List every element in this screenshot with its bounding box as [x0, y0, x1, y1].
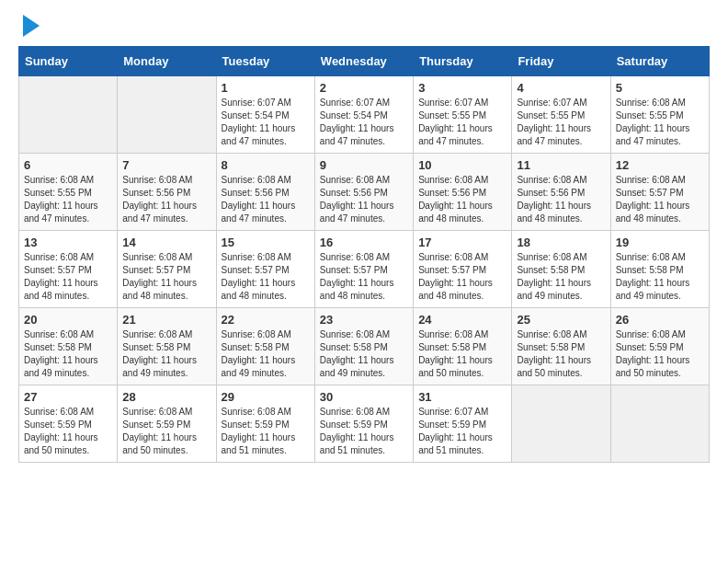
day-info: Sunrise: 6:08 AM Sunset: 5:58 PM Dayligh…: [24, 328, 112, 380]
day-number: 22: [222, 313, 310, 327]
calendar-cell: 14Sunrise: 6:08 AM Sunset: 5:57 PM Dayli…: [118, 231, 216, 308]
day-number: 31: [418, 390, 506, 404]
day-info: Sunrise: 6:08 AM Sunset: 5:58 PM Dayligh…: [222, 328, 310, 380]
day-info: Sunrise: 6:07 AM Sunset: 5:54 PM Dayligh…: [320, 97, 408, 148]
day-info: Sunrise: 6:08 AM Sunset: 5:56 PM Dayligh…: [320, 174, 408, 225]
calendar-cell: 7Sunrise: 6:08 AM Sunset: 5:56 PM Daylig…: [118, 154, 216, 231]
day-number: 1: [222, 81, 310, 95]
day-info: Sunrise: 6:08 AM Sunset: 5:59 PM Dayligh…: [122, 406, 210, 457]
day-number: 10: [418, 158, 506, 172]
day-info: Sunrise: 6:08 AM Sunset: 5:56 PM Dayligh…: [517, 174, 605, 225]
day-info: Sunrise: 6:08 AM Sunset: 5:56 PM Dayligh…: [222, 174, 310, 225]
day-info: Sunrise: 6:08 AM Sunset: 5:58 PM Dayligh…: [122, 328, 210, 380]
day-info: Sunrise: 6:08 AM Sunset: 5:56 PM Dayligh…: [418, 174, 506, 225]
day-number: 23: [320, 313, 408, 327]
calendar-week-row: 13Sunrise: 6:08 AM Sunset: 5:57 PM Dayli…: [19, 231, 710, 308]
calendar-cell: 13Sunrise: 6:08 AM Sunset: 5:57 PM Dayli…: [19, 231, 118, 308]
day-number: 25: [517, 313, 605, 327]
day-number: 8: [222, 158, 310, 172]
calendar-cell: 20Sunrise: 6:08 AM Sunset: 5:58 PM Dayli…: [19, 308, 118, 385]
day-number: 11: [517, 158, 605, 172]
day-info: Sunrise: 6:08 AM Sunset: 5:59 PM Dayligh…: [222, 406, 310, 457]
calendar-cell: 23Sunrise: 6:08 AM Sunset: 5:58 PM Dayli…: [314, 308, 413, 385]
day-number: 9: [320, 158, 408, 172]
calendar-cell: 10Sunrise: 6:08 AM Sunset: 5:56 PM Dayli…: [414, 154, 512, 231]
calendar-cell: 25Sunrise: 6:08 AM Sunset: 5:58 PM Dayli…: [512, 308, 610, 385]
day-info: Sunrise: 6:08 AM Sunset: 5:58 PM Dayligh…: [320, 328, 408, 380]
calendar-cell: 27Sunrise: 6:08 AM Sunset: 5:59 PM Dayli…: [19, 385, 118, 463]
calendar-header-wednesday: Wednesday: [314, 47, 413, 76]
page-header: [18, 18, 710, 37]
calendar-header-tuesday: Tuesday: [216, 47, 314, 76]
calendar-week-row: 27Sunrise: 6:08 AM Sunset: 5:59 PM Dayli…: [19, 385, 710, 463]
calendar-cell: 9Sunrise: 6:08 AM Sunset: 5:56 PM Daylig…: [314, 154, 413, 231]
day-info: Sunrise: 6:08 AM Sunset: 5:55 PM Dayligh…: [24, 174, 112, 225]
calendar-cell: 26Sunrise: 6:08 AM Sunset: 5:59 PM Dayli…: [610, 308, 709, 385]
calendar-week-row: 6Sunrise: 6:08 AM Sunset: 5:55 PM Daylig…: [19, 154, 710, 231]
day-info: Sunrise: 6:07 AM Sunset: 5:55 PM Dayligh…: [517, 97, 605, 148]
calendar-header-monday: Monday: [118, 47, 216, 76]
day-number: 6: [24, 158, 112, 172]
logo-arrow-icon: [23, 15, 40, 37]
calendar-cell: 4Sunrise: 6:07 AM Sunset: 5:55 PM Daylig…: [512, 76, 610, 154]
day-info: Sunrise: 6:07 AM Sunset: 5:54 PM Dayligh…: [222, 97, 310, 148]
day-info: Sunrise: 6:08 AM Sunset: 5:59 PM Dayligh…: [616, 328, 704, 380]
day-number: 18: [517, 236, 605, 249]
calendar-cell: 17Sunrise: 6:08 AM Sunset: 5:57 PM Dayli…: [414, 231, 512, 308]
day-number: 2: [320, 81, 408, 95]
day-info: Sunrise: 6:08 AM Sunset: 5:57 PM Dayligh…: [320, 251, 408, 303]
calendar-header-thursday: Thursday: [414, 47, 512, 76]
day-number: 20: [24, 313, 112, 327]
day-info: Sunrise: 6:08 AM Sunset: 5:57 PM Dayligh…: [222, 251, 310, 303]
day-number: 17: [418, 236, 506, 249]
calendar-week-row: 20Sunrise: 6:08 AM Sunset: 5:58 PM Dayli…: [19, 308, 710, 385]
calendar-cell: 1Sunrise: 6:07 AM Sunset: 5:54 PM Daylig…: [216, 76, 314, 154]
day-info: Sunrise: 6:08 AM Sunset: 5:56 PM Dayligh…: [122, 174, 210, 225]
day-number: 16: [320, 236, 408, 249]
day-number: 21: [122, 313, 210, 327]
day-info: Sunrise: 6:08 AM Sunset: 5:58 PM Dayligh…: [616, 251, 704, 303]
day-info: Sunrise: 6:08 AM Sunset: 5:55 PM Dayligh…: [616, 97, 704, 148]
calendar-week-row: 1Sunrise: 6:07 AM Sunset: 5:54 PM Daylig…: [19, 76, 710, 154]
day-info: Sunrise: 6:08 AM Sunset: 5:57 PM Dayligh…: [122, 251, 210, 303]
calendar-header-friday: Friday: [512, 47, 610, 76]
calendar-cell: 22Sunrise: 6:08 AM Sunset: 5:58 PM Dayli…: [216, 308, 314, 385]
calendar-cell: 29Sunrise: 6:08 AM Sunset: 5:59 PM Dayli…: [216, 385, 314, 463]
day-info: Sunrise: 6:07 AM Sunset: 5:55 PM Dayligh…: [418, 97, 506, 148]
day-info: Sunrise: 6:08 AM Sunset: 5:59 PM Dayligh…: [320, 406, 408, 457]
day-number: 13: [24, 236, 112, 249]
calendar-cell: 24Sunrise: 6:08 AM Sunset: 5:58 PM Dayli…: [414, 308, 512, 385]
day-info: Sunrise: 6:08 AM Sunset: 5:58 PM Dayligh…: [418, 328, 506, 380]
calendar-header-row: SundayMondayTuesdayWednesdayThursdayFrid…: [19, 47, 710, 76]
day-number: 14: [122, 236, 210, 249]
day-info: Sunrise: 6:08 AM Sunset: 5:58 PM Dayligh…: [517, 251, 605, 303]
calendar-cell: 28Sunrise: 6:08 AM Sunset: 5:59 PM Dayli…: [118, 385, 216, 463]
calendar-cell: 15Sunrise: 6:08 AM Sunset: 5:57 PM Dayli…: [216, 231, 314, 308]
day-info: Sunrise: 6:07 AM Sunset: 5:59 PM Dayligh…: [418, 406, 506, 457]
calendar-cell: 5Sunrise: 6:08 AM Sunset: 5:55 PM Daylig…: [610, 76, 709, 154]
day-info: Sunrise: 6:08 AM Sunset: 5:57 PM Dayligh…: [616, 174, 704, 225]
day-number: 15: [222, 236, 310, 249]
day-number: 28: [122, 390, 210, 404]
day-number: 29: [222, 390, 310, 404]
calendar-cell: 8Sunrise: 6:08 AM Sunset: 5:56 PM Daylig…: [216, 154, 314, 231]
calendar-cell: [610, 385, 709, 463]
day-info: Sunrise: 6:08 AM Sunset: 5:59 PM Dayligh…: [24, 406, 112, 457]
day-number: 27: [24, 390, 112, 404]
day-number: 12: [616, 158, 704, 172]
calendar-cell: 21Sunrise: 6:08 AM Sunset: 5:58 PM Dayli…: [118, 308, 216, 385]
logo: [18, 18, 40, 37]
day-number: 4: [517, 81, 605, 95]
calendar-header-saturday: Saturday: [610, 47, 709, 76]
day-number: 24: [418, 313, 506, 327]
calendar-cell: 11Sunrise: 6:08 AM Sunset: 5:56 PM Dayli…: [512, 154, 610, 231]
calendar-table: SundayMondayTuesdayWednesdayThursdayFrid…: [18, 46, 710, 463]
calendar-cell: [118, 76, 216, 154]
calendar-cell: 19Sunrise: 6:08 AM Sunset: 5:58 PM Dayli…: [610, 231, 709, 308]
calendar-cell: 31Sunrise: 6:07 AM Sunset: 5:59 PM Dayli…: [414, 385, 512, 463]
day-number: 30: [320, 390, 408, 404]
calendar-cell: 30Sunrise: 6:08 AM Sunset: 5:59 PM Dayli…: [314, 385, 413, 463]
day-info: Sunrise: 6:08 AM Sunset: 5:58 PM Dayligh…: [517, 328, 605, 380]
day-number: 19: [616, 236, 704, 249]
day-info: Sunrise: 6:08 AM Sunset: 5:57 PM Dayligh…: [418, 251, 506, 303]
